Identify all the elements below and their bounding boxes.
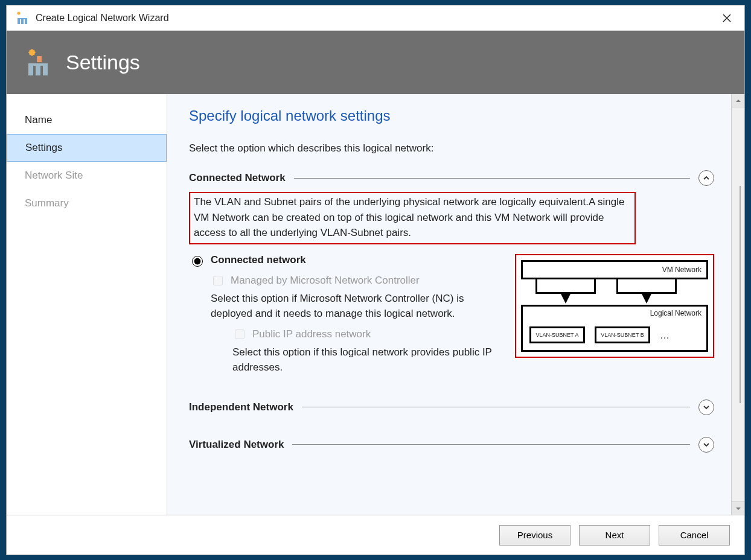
sidebar-item-name[interactable]: Name: [7, 106, 167, 134]
section-title: Independent Network: [189, 401, 293, 413]
svg-rect-1: [18, 19, 20, 24]
section-title: Virtualized Network: [189, 439, 284, 451]
wizard-body: Name Settings Network Site Summary Speci…: [7, 94, 744, 515]
connected-option-block: Connected network Managed by Microsoft N…: [189, 254, 714, 381]
sidebar-item-label: Settings: [25, 142, 62, 154]
diagram-connector: [535, 279, 596, 294]
sidebar-item-network-site[interactable]: Network Site: [7, 162, 167, 189]
collapse-button-connected[interactable]: [698, 170, 714, 186]
section-header-virtualized: Virtualized Network: [189, 437, 714, 453]
app-icon: [15, 11, 30, 25]
titlebar: Create Logical Network Wizard: [7, 5, 744, 31]
svg-rect-10: [28, 63, 48, 66]
sidebar: Name Settings Network Site Summary: [7, 94, 167, 515]
connected-description: The VLAN and Subnet pairs of the underly…: [194, 196, 624, 238]
content: Specify logical network settings Select …: [167, 94, 731, 515]
sidebar-item-summary[interactable]: Summary: [7, 189, 167, 217]
checkbox-public-ip-input[interactable]: [235, 329, 244, 339]
sidebar-item-settings[interactable]: Settings: [7, 134, 167, 162]
wizard-window: Create Logical Network Wizard Settings N…: [6, 5, 745, 555]
divider: [302, 407, 690, 407]
scroll-thumb[interactable]: [740, 186, 741, 403]
scrollbar[interactable]: [731, 94, 744, 515]
diagram-subnet-b: VLAN-SUBNET B: [595, 326, 650, 343]
cancel-button[interactable]: Cancel: [659, 525, 730, 546]
expand-button-virtualized[interactable]: [698, 437, 714, 453]
sidebar-item-label: Summary: [25, 197, 69, 209]
checkbox-managed-nc[interactable]: Managed by Microsoft Network Controller: [211, 274, 503, 287]
managed-nc-desc: Select this option if Microsoft Network …: [211, 291, 503, 322]
checkbox-label: Public IP address network: [252, 328, 371, 340]
svg-rect-2: [21, 19, 24, 24]
connected-diagram: VM Network Logical Network VLAN-SUBNET A…: [515, 254, 714, 358]
diagram-ellipsis: …: [660, 330, 672, 341]
diagram-connector: [616, 279, 677, 294]
footer: Previous Next Cancel: [7, 515, 744, 555]
svg-rect-3: [25, 19, 27, 24]
close-button[interactable]: [714, 8, 740, 28]
expand-button-independent[interactable]: [698, 399, 714, 415]
radio-label: Connected network: [211, 254, 306, 266]
radio-connected-network[interactable]: Connected network: [189, 254, 503, 267]
section-header-connected: Connected Network: [189, 170, 714, 186]
scroll-up-button[interactable]: [732, 94, 744, 107]
divider: [292, 444, 690, 445]
window-title: Create Logical Network Wizard: [36, 13, 169, 24]
divider: [294, 178, 690, 179]
scroll-down-button[interactable]: [732, 501, 744, 515]
checkbox-label: Managed by Microsoft Network Controller: [231, 275, 420, 287]
sidebar-item-label: Name: [25, 114, 52, 126]
radio-connected-input[interactable]: [192, 256, 203, 267]
content-wrap: Specify logical network settings Select …: [167, 94, 744, 515]
sidebar-item-label: Network Site: [25, 170, 83, 182]
svg-rect-6: [37, 56, 42, 62]
section-header-independent: Independent Network: [189, 399, 714, 415]
banner-title: Settings: [66, 51, 140, 74]
svg-rect-9: [43, 66, 48, 75]
diagram-subnet-a: VLAN-SUBNET A: [529, 326, 585, 343]
svg-rect-4: [18, 18, 27, 19]
svg-rect-8: [36, 66, 40, 75]
page-heading: Specify logical network settings: [189, 107, 714, 124]
instruction-text: Select the option which describes this l…: [189, 142, 714, 154]
section-title: Connected Network: [189, 172, 286, 184]
wizard-banner: Settings: [7, 31, 744, 94]
checkbox-managed-nc-input[interactable]: [213, 276, 223, 285]
connected-option-left: Connected network Managed by Microsoft N…: [189, 254, 503, 381]
public-ip-desc: Select this option if this logical netwo…: [232, 345, 503, 375]
diagram-vm-network: VM Network: [521, 260, 708, 279]
checkbox-public-ip[interactable]: Public IP address network: [232, 328, 503, 341]
next-button[interactable]: Next: [579, 525, 650, 546]
svg-rect-7: [28, 66, 33, 75]
previous-button[interactable]: Previous: [499, 525, 570, 546]
banner-icon: [25, 48, 55, 78]
connected-description-box: The VLAN and Subnet pairs of the underly…: [189, 192, 636, 244]
